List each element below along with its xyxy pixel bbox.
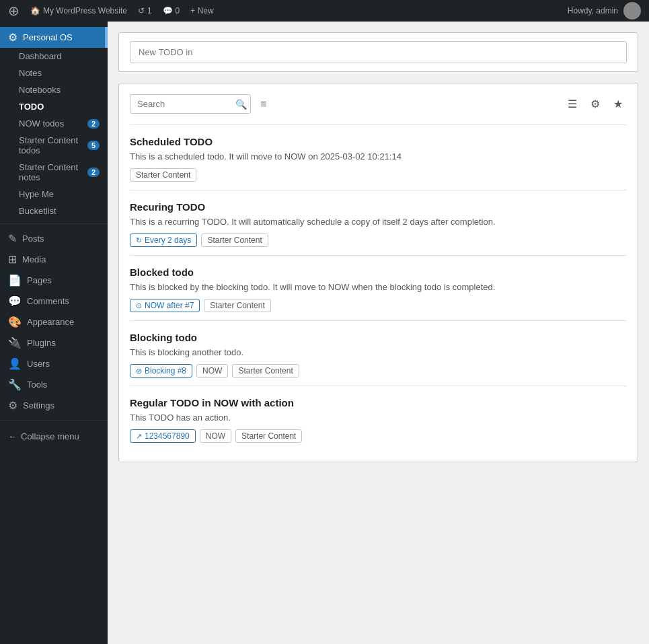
todo-item-regular: Regular TODO in NOW with action This TOD… <box>130 386 627 451</box>
todo-description: This is blocked by the blocking todo. It… <box>130 282 627 292</box>
sidebar: ⚙ Personal OS Dashboard Notes Notebooks … <box>0 22 108 644</box>
home-icon: 🏠 <box>30 6 40 15</box>
favorites-button[interactable]: ★ <box>609 95 627 113</box>
todo-tags: ⊘ Blocking #8 NOW Starter Content <box>130 364 627 378</box>
new-todo-input[interactable] <box>130 41 627 63</box>
starter-todos-badge: 5 <box>87 141 100 150</box>
sidebar-item-users[interactable]: 👤 Users <box>0 353 108 374</box>
media-icon: ⊞ <box>8 253 17 266</box>
todo-title: Blocked todo <box>130 266 627 278</box>
comments-link[interactable]: 💬 0 <box>163 6 180 15</box>
settings-icon: ⚙ <box>8 399 17 412</box>
updates-link[interactable]: ↺ 1 <box>138 6 152 15</box>
comments-sidebar-icon: 💬 <box>8 295 22 308</box>
todo-description: This TODO has an action. <box>130 413 627 423</box>
todo-tags: Starter Content <box>130 168 627 182</box>
sidebar-item-media[interactable]: ⊞ Media <box>0 249 108 270</box>
todo-description: This is a scheduled todo. It will move t… <box>130 151 627 162</box>
todo-item-blocking: Blocking todo This is blocking another t… <box>130 320 627 386</box>
avatar[interactable] <box>623 2 641 20</box>
tag-action: ↗ 1234567890 <box>130 429 196 443</box>
sidebar-item-appearance[interactable]: 🎨 Appearance <box>0 312 108 332</box>
posts-icon: ✎ <box>8 232 17 245</box>
topbar-right: Howdy, admin <box>568 2 641 20</box>
todo-title: Blocking todo <box>130 332 627 343</box>
todo-description: This is blocking another todo. <box>130 347 627 357</box>
sidebar-item-dashboard-sub[interactable]: Dashboard <box>0 48 108 65</box>
comments-icon: 💬 <box>163 6 173 15</box>
collapse-icon: ← <box>8 431 17 441</box>
sidebar-item-plugins[interactable]: 🔌 Plugins <box>0 332 108 353</box>
tag-now: NOW <box>196 364 228 378</box>
todo-tags: ↻ Every 2 days Starter Content <box>130 234 627 247</box>
todo-tags: ↗ 1234567890 NOW Starter Content <box>130 429 627 443</box>
howdy-text: Howdy, admin <box>568 6 618 15</box>
sidebar-item-starter-notes[interactable]: Starter Content notes 2 <box>0 159 108 186</box>
sidebar-item-pages[interactable]: 📄 Pages <box>0 270 108 291</box>
sidebar-item-settings[interactable]: ⚙ Settings <box>0 395 108 416</box>
search-input[interactable] <box>130 94 251 114</box>
main-content: 🔍 ≡ ☰ ⚙ ★ Scheduled TODO This is a sched… <box>108 22 649 644</box>
pages-icon: 📄 <box>8 274 22 287</box>
filter-button[interactable]: ≡ <box>256 96 270 113</box>
new-todo-card <box>118 32 638 72</box>
todo-item-scheduled: Scheduled TODO This is a scheduled todo.… <box>130 124 627 190</box>
sidebar-item-starter-todos[interactable]: Starter Content todos 5 <box>0 132 108 159</box>
todo-title: Recuring TODO <box>130 201 627 213</box>
tag-every-2-days: ↻ Every 2 days <box>130 234 197 247</box>
sidebar-item-tools[interactable]: 🔧 Tools <box>0 374 108 395</box>
updates-icon: ↺ <box>138 6 145 15</box>
tag-blocking: ⊘ Blocking #8 <box>130 364 192 378</box>
tag-now-after: ⊙ NOW after #7 <box>130 299 200 312</box>
layout: ⚙ Personal OS Dashboard Notes Notebooks … <box>0 22 649 644</box>
sidebar-item-bucketlist[interactable]: Bucketlist <box>0 203 108 219</box>
sidebar-item-notes[interactable]: Notes <box>0 65 108 81</box>
tag-now: NOW <box>200 429 231 443</box>
todo-list-card: 🔍 ≡ ☰ ⚙ ★ Scheduled TODO This is a sched… <box>118 83 638 462</box>
tag-starter-content: Starter Content <box>130 168 196 182</box>
sidebar-item-notebooks[interactable]: Notebooks <box>0 81 108 98</box>
tag-starter-content: Starter Content <box>232 364 299 378</box>
todo-title: Regular TODO in NOW with action <box>130 397 627 408</box>
now-todos-badge: 2 <box>87 119 100 129</box>
search-button[interactable]: 🔍 <box>235 99 247 110</box>
search-bar: 🔍 ≡ ☰ ⚙ ★ <box>130 94 627 114</box>
blocking-icon: ⊘ <box>136 367 142 375</box>
tools-icon: 🔧 <box>8 378 22 391</box>
collapse-menu-button[interactable]: ← Collapse menu <box>0 425 108 448</box>
recurring-icon: ↻ <box>136 236 142 245</box>
todo-item-recurring: Recuring TODO This is a recurring TODO. … <box>130 190 627 255</box>
search-right-buttons: ☰ ⚙ ★ <box>564 95 627 113</box>
blocked-icon: ⊙ <box>136 301 142 310</box>
sidebar-item-todo[interactable]: TODO <box>0 98 108 115</box>
sidebar-item-posts[interactable]: ✎ Posts <box>0 228 108 249</box>
new-content-link[interactable]: + New <box>190 6 213 15</box>
list-view-button[interactable]: ☰ <box>564 95 581 113</box>
sidebar-item-hype-me[interactable]: Hype Me <box>0 186 108 203</box>
starter-notes-badge: 2 <box>87 168 100 177</box>
topbar: ⊕ 🏠 My WordPress Website ↺ 1 💬 0 + New H… <box>0 0 649 22</box>
search-input-wrap: 🔍 <box>130 94 251 114</box>
tag-starter-content: Starter Content <box>235 429 302 443</box>
action-icon: ↗ <box>136 432 142 441</box>
site-name-link[interactable]: 🏠 My WordPress Website <box>30 6 127 15</box>
plugins-icon: 🔌 <box>8 336 22 349</box>
sidebar-item-personal-os[interactable]: ⚙ Personal OS <box>0 27 108 48</box>
todo-item-blocked: Blocked todo This is blocked by the bloc… <box>130 255 627 320</box>
tag-starter-content: Starter Content <box>201 234 268 247</box>
users-icon: 👤 <box>8 357 22 370</box>
wp-icon[interactable]: ⊕ <box>8 3 20 19</box>
settings-button[interactable]: ⚙ <box>586 95 604 113</box>
sidebar-item-now-todos[interactable]: NOW todos 2 <box>0 115 108 132</box>
todo-title: Scheduled TODO <box>130 136 627 147</box>
personal-os-icon: ⚙ <box>8 31 17 44</box>
todo-tags: ⊙ NOW after #7 Starter Content <box>130 299 627 312</box>
todo-description: This is a recurring TODO. It will automa… <box>130 217 627 227</box>
appearance-icon: 🎨 <box>8 316 22 328</box>
sidebar-item-comments[interactable]: 💬 Comments <box>0 291 108 312</box>
tag-starter-content: Starter Content <box>204 299 270 312</box>
